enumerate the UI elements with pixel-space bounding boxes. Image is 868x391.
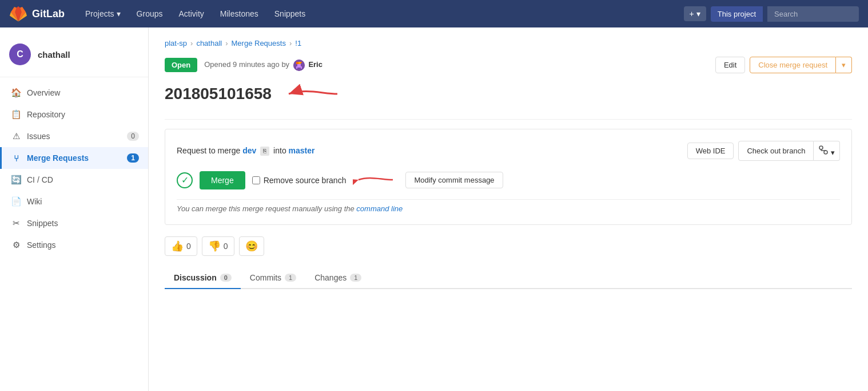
new-item-button[interactable]: + ▾ — [684, 6, 706, 21]
checkout-branch-button[interactable]: Check out branch — [738, 141, 814, 161]
sidebar-item-settings[interactable]: ⚙ Settings — [0, 234, 148, 256]
thumbs-down-icon: 👎 — [208, 240, 221, 252]
svg-rect-6 — [301, 66, 302, 69]
thumbs-up-icon: 👍 — [171, 240, 184, 252]
sidebar-item-merge-requests[interactable]: ⑂ Merge Requests 1 — [0, 147, 148, 169]
breadcrumb-plat-sp[interactable]: plat-sp — [165, 39, 187, 48]
checkout-dropdown-button[interactable]: ▾ — [814, 141, 840, 161]
sidebar-item-snippets[interactable]: ✂ Snippets — [0, 212, 148, 234]
mr-title: 201805101658 — [165, 85, 272, 103]
sidebar-item-issues[interactable]: ⚠ Issues 0 — [0, 125, 148, 147]
checkout-git-icon — [818, 148, 831, 157]
close-merge-request-button[interactable]: Close merge request — [750, 57, 836, 73]
merge-check-circle: ✓ — [177, 172, 193, 188]
svg-rect-2 — [298, 62, 301, 64]
web-ide-button[interactable]: Web IDE — [687, 143, 734, 159]
sidebar-item-wiki[interactable]: 📄 Wiki — [0, 191, 148, 212]
remove-source-label[interactable]: Remove source branch — [252, 176, 347, 185]
mr-header-actions: Edit Close merge request ▾ — [715, 57, 852, 73]
merge-button[interactable]: Merge — [200, 171, 245, 189]
overview-icon: 🏠 — [11, 88, 21, 98]
source-branch-link[interactable]: dev — [242, 146, 256, 155]
add-emoji-button[interactable]: 😊 — [239, 236, 264, 256]
reaction-bar: 👍 0 👎 0 😊 — [165, 236, 852, 256]
thumbs-down-button[interactable]: 👎 0 — [202, 236, 234, 256]
sidebar-username: chathall — [38, 50, 70, 60]
merge-request-info: Request to merge dev ⎘ into master — [177, 146, 314, 156]
nav-activity[interactable]: Activity — [172, 6, 211, 22]
gitlab-logo-icon — [9, 5, 27, 23]
repository-icon: 📋 — [11, 109, 21, 120]
smile-icon: 😊 — [245, 240, 258, 252]
sidebar-item-cicd[interactable]: 🔄 CI / CD — [0, 169, 148, 191]
thumbs-up-count: 0 — [186, 242, 191, 251]
breadcrumb-merge-requests[interactable]: Merge Requests — [232, 39, 286, 48]
merge-requests-icon: ⑂ — [11, 153, 21, 163]
thumbs-down-count: 0 — [224, 242, 228, 251]
close-mr-group: Close merge request ▾ — [750, 57, 852, 73]
git-icon — [818, 145, 829, 155]
modify-commit-button[interactable]: Modify commit message — [405, 172, 503, 188]
section-divider-1 — [165, 119, 852, 120]
page-layout: C chathall 🏠 Overview 📋 Repository ⚠ Iss… — [0, 27, 868, 391]
tabs-row: Discussion 0 Commits 1 Changes 1 — [165, 267, 852, 289]
issues-badge: 0 — [127, 132, 139, 141]
checkout-chevron-icon: ▾ — [831, 148, 835, 157]
target-branch-link[interactable]: master — [289, 146, 315, 155]
author-avatar-icon — [293, 60, 305, 71]
discussion-badge: 0 — [220, 274, 232, 282]
plus-icon: + — [690, 9, 694, 18]
snippets-icon: ✂ — [11, 218, 21, 228]
mr-meta: Opened 9 minutes ago by Eric — [204, 60, 322, 71]
remove-source-annotation-arrow — [353, 170, 399, 190]
command-line-link[interactable]: command line — [356, 204, 403, 213]
topnav-links: Projects ▾ Groups Activity Milestones Sn… — [78, 6, 684, 22]
search-input[interactable] — [767, 6, 859, 22]
sidebar: C chathall 🏠 Overview 📋 Repository ⚠ Iss… — [0, 27, 149, 391]
title-annotation-arrow — [283, 82, 340, 105]
issues-icon: ⚠ — [11, 131, 21, 141]
projects-dropdown-icon: ▾ — [117, 9, 121, 18]
topnav-right: + ▾ This project — [684, 6, 859, 22]
sidebar-item-repository[interactable]: 📋 Repository — [0, 104, 148, 125]
gitlab-logo[interactable]: GitLab — [9, 5, 65, 23]
sidebar-nav: 🏠 Overview 📋 Repository ⚠ Issues 0 ⑂ Mer… — [0, 82, 148, 256]
remove-source-checkbox[interactable] — [252, 176, 260, 184]
mr-status-row: Open Opened 9 minutes ago by Eric — [165, 57, 852, 73]
gitlab-wordmark: GitLab — [32, 8, 65, 20]
breadcrumb: plat-sp › chathall › Merge Requests › !1 — [165, 39, 852, 48]
avatar: C — [9, 44, 31, 65]
svg-rect-3 — [301, 62, 302, 63]
merge-box-header: Request to merge dev ⎘ into master Web I… — [177, 141, 840, 161]
sidebar-user-info: C chathall — [0, 37, 148, 77]
svg-rect-5 — [296, 66, 297, 69]
nav-projects[interactable]: Projects ▾ — [78, 6, 128, 22]
nav-groups[interactable]: Groups — [130, 6, 170, 22]
mr-status-badge: Open — [165, 58, 197, 72]
nav-snippets[interactable]: Snippets — [268, 6, 312, 22]
tab-commits[interactable]: Commits 1 — [241, 267, 305, 289]
mr-title-row: 201805101658 — [165, 82, 852, 105]
merge-action-row: ✓ Merge Remove source branch Modify comm… — [177, 170, 840, 190]
cicd-icon: 🔄 — [11, 175, 21, 185]
thumbs-up-button[interactable]: 👍 0 — [165, 236, 197, 256]
close-mr-dropdown-button[interactable]: ▾ — [836, 57, 852, 73]
search-scope-button[interactable]: This project — [711, 6, 763, 22]
settings-icon: ⚙ — [11, 240, 21, 250]
tab-discussion[interactable]: Discussion 0 — [165, 267, 241, 289]
wiki-icon: 📄 — [11, 196, 21, 207]
merge-box-actions: Web IDE Check out branch — [687, 141, 840, 161]
merge-box: Request to merge dev ⎘ into master Web I… — [165, 129, 852, 225]
top-navigation: GitLab Projects ▾ Groups Activity Milest… — [0, 0, 868, 27]
breadcrumb-chathall[interactable]: chathall — [196, 39, 222, 48]
plus-dropdown-icon: ▾ — [696, 9, 700, 18]
sidebar-item-overview[interactable]: 🏠 Overview — [0, 82, 148, 104]
edit-button[interactable]: Edit — [715, 57, 745, 73]
commits-badge: 1 — [285, 274, 296, 282]
svg-rect-4 — [297, 64, 301, 68]
tab-changes[interactable]: Changes 1 — [305, 267, 371, 289]
main-content: plat-sp › chathall › Merge Requests › !1… — [149, 27, 868, 391]
nav-milestones[interactable]: Milestones — [213, 6, 265, 22]
breadcrumb-mr-id[interactable]: !1 — [295, 39, 301, 48]
copy-branch-icon[interactable]: ⎘ — [260, 147, 269, 156]
